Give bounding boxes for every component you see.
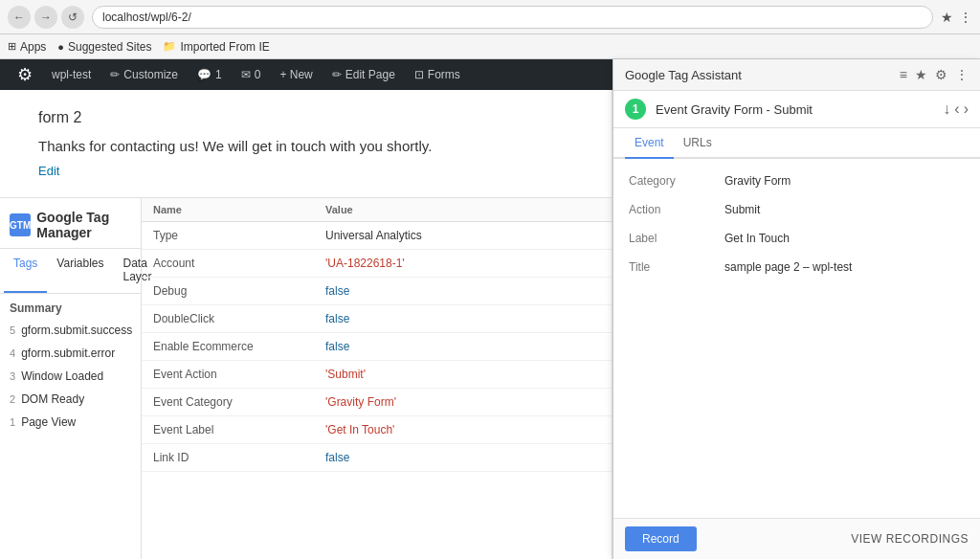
- table-row: Event Category 'Gravity Form': [142, 389, 612, 416]
- ta-tabs: Event URLs: [613, 128, 980, 159]
- edit-link[interactable]: Edit: [38, 164, 59, 178]
- wp-edit-page[interactable]: ✏ Edit Page: [323, 59, 405, 90]
- col-value-header: Value: [325, 204, 600, 215]
- comments-count: 1: [215, 68, 222, 81]
- menu-icon[interactable]: ⋮: [959, 10, 972, 25]
- item-label-5: gform.submit.success: [21, 324, 132, 337]
- gtm-nav: Tags Variables Data Layer: [0, 249, 141, 294]
- tab-tags[interactable]: Tags: [4, 249, 47, 293]
- back-button[interactable]: ←: [8, 6, 31, 29]
- tab-variables[interactable]: Variables: [47, 249, 113, 293]
- sidebar-item-gform-success[interactable]: 5 gform.submit.success: [0, 319, 141, 342]
- tab-urls[interactable]: URLs: [674, 128, 722, 159]
- messages-count: 0: [255, 68, 261, 81]
- item-label-1: Page View: [21, 415, 76, 429]
- table-row: Account 'UA-1822618-1': [142, 250, 612, 278]
- field-type: Type: [153, 229, 325, 242]
- suggested-icon: ●: [57, 41, 64, 53]
- next-icon[interactable]: ›: [964, 101, 969, 118]
- value-title: sample page 2 – wpl-test: [724, 260, 965, 274]
- star-icon[interactable]: ★: [941, 10, 953, 25]
- tag-assistant-panel: Google Tag Assistant ≡ ★ ⚙ ⋮ 1 Event Gra…: [612, 59, 980, 559]
- label-category: Category: [629, 174, 724, 188]
- more-icon[interactable]: ⋮: [955, 67, 969, 82]
- new-label: + New: [279, 68, 312, 81]
- forms-icon: ⊡: [414, 68, 424, 81]
- item-num-3: 3: [10, 370, 15, 382]
- table-header: Name Value: [142, 198, 612, 222]
- wp-forms[interactable]: ⊡ Forms: [405, 59, 470, 90]
- field-debug: Debug: [153, 284, 325, 298]
- item-num-1: 1: [10, 416, 15, 428]
- label-label: Label: [629, 232, 724, 245]
- folder-icon: 📁: [163, 40, 176, 53]
- bookmark-apps[interactable]: ⊞ Apps: [8, 40, 46, 54]
- item-num-4: 4: [10, 347, 15, 359]
- wp-new[interactable]: + New: [270, 59, 322, 90]
- ta-event-number: 1: [625, 99, 646, 120]
- gtm-sidebar: GTM Google Tag Manager Tags Variables Da…: [0, 198, 142, 559]
- view-recordings-link[interactable]: VIEW RECORDINGS: [851, 532, 969, 546]
- form-title: form 2: [38, 109, 573, 126]
- browser-icons: ★ ⋮: [941, 10, 972, 25]
- gtm-panel: form 2 Thanks for contacting us! We will…: [0, 90, 612, 559]
- settings-icon[interactable]: ⚙: [935, 67, 947, 82]
- field-ecommerce: Enable Ecommerce: [153, 340, 325, 353]
- bookmark-imported[interactable]: 📁 Imported From IE: [163, 40, 269, 54]
- ta-row-action: Action Submit: [613, 195, 980, 224]
- item-label-3: Window Loaded: [21, 369, 103, 383]
- label-title: Title: [629, 260, 724, 274]
- label-action: Action: [629, 203, 724, 216]
- filter-icon[interactable]: ≡: [900, 67, 907, 82]
- table-row: Event Label 'Get In Touch': [142, 416, 612, 444]
- edit-icon: ✏: [332, 68, 342, 81]
- item-label-4: gform.submit.error: [21, 347, 115, 360]
- value-category: Gravity Form: [724, 174, 965, 188]
- col-name-header: Name: [153, 204, 325, 215]
- item-num-2: 2: [10, 393, 15, 405]
- gtm-main-table: Name Value Type Universal Analytics Acco…: [142, 198, 612, 559]
- ta-row-title: Title sample page 2 – wpl-test: [613, 253, 980, 281]
- sidebar-item-page-view[interactable]: 1 Page View: [0, 411, 141, 434]
- field-doubleclick: DoubleClick: [153, 312, 325, 325]
- value-action: Submit: [724, 203, 965, 216]
- wp-comments[interactable]: 💬 1: [188, 59, 232, 90]
- imported-label: Imported From IE: [180, 40, 269, 54]
- table-row: DoubleClick false: [142, 305, 612, 333]
- ta-footer: Record VIEW RECORDINGS: [613, 518, 980, 559]
- sidebar-item-dom-ready[interactable]: 2 DOM Ready: [0, 388, 141, 411]
- table-row: Enable Ecommerce false: [142, 333, 612, 361]
- url-text: localhost/wpl/6-2/: [102, 11, 191, 24]
- messages-icon: ✉: [241, 68, 251, 81]
- value-link-id: false: [325, 451, 600, 464]
- wp-customize[interactable]: ✏ Customize: [100, 59, 188, 90]
- sidebar-item-gform-error[interactable]: 4 gform.submit.error: [0, 342, 141, 365]
- gtm-header: GTM Google Tag Manager: [0, 202, 141, 249]
- reload-button[interactable]: ↺: [61, 6, 84, 29]
- site-name-text: wpl-test: [52, 68, 91, 81]
- gtm-logo: GTM: [10, 213, 31, 236]
- address-bar[interactable]: localhost/wpl/6-2/: [92, 6, 933, 29]
- value-event-action: 'Submit': [325, 368, 600, 381]
- customize-icon: ✏: [110, 68, 120, 81]
- page-content: form 2 Thanks for contacting us! We will…: [0, 90, 612, 198]
- customize-label: Customize: [123, 68, 178, 81]
- prev-icon[interactable]: ‹: [954, 101, 959, 118]
- field-event-action: Event Action: [153, 368, 325, 381]
- edit-page-label: Edit Page: [345, 68, 395, 81]
- tab-event[interactable]: Event: [625, 128, 674, 159]
- ta-content: Category Gravity Form Action Submit Labe…: [613, 159, 980, 518]
- value-account: 'UA-1822618-1': [325, 257, 600, 270]
- sidebar-summary-label: Summary: [0, 294, 141, 319]
- wp-site-name[interactable]: wpl-test: [42, 59, 100, 90]
- record-button[interactable]: Record: [625, 526, 697, 551]
- wp-messages[interactable]: ✉ 0: [232, 59, 271, 90]
- bookmark-suggested[interactable]: ● Suggested Sites: [57, 40, 151, 54]
- forward-button[interactable]: →: [34, 6, 57, 29]
- download-icon[interactable]: ↓: [943, 101, 950, 118]
- sidebar-item-window-loaded[interactable]: 3 Window Loaded: [0, 365, 141, 388]
- forms-label: Forms: [428, 68, 460, 81]
- ta-title: Google Tag Assistant: [625, 68, 742, 82]
- star-icon[interactable]: ★: [915, 67, 927, 82]
- wp-logo-item[interactable]: ⚙: [8, 59, 42, 90]
